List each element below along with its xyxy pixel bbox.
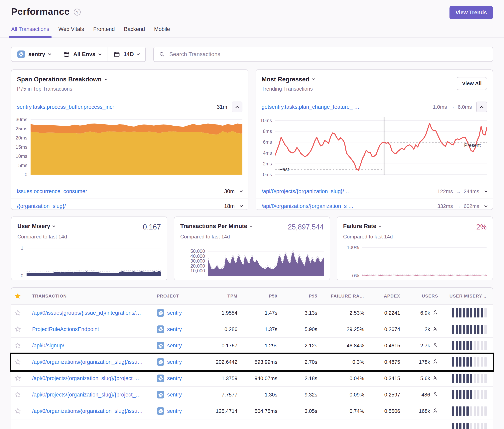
regressed-panel-title[interactable]: Most Regressed xyxy=(261,76,487,83)
collapse-button[interactable] xyxy=(476,102,487,112)
tab-frontend[interactable]: Frontend xyxy=(93,26,115,37)
favorite-star-icon[interactable] xyxy=(11,408,24,414)
apdex-cell: 0.2597 xyxy=(366,392,402,398)
misery-bar-empty xyxy=(477,341,479,350)
help-icon[interactable]: ? xyxy=(74,9,81,16)
view-all-button[interactable]: View All xyxy=(457,77,487,90)
favorite-star-icon[interactable] xyxy=(11,391,24,398)
python-project-icon xyxy=(157,358,164,366)
project-link[interactable]: sentry xyxy=(167,359,182,365)
failure-rate-subtitle: Compared to last 14d xyxy=(343,234,487,240)
misery-bar-empty xyxy=(474,423,476,429)
favorite-star-icon[interactable] xyxy=(11,375,24,382)
transaction-link[interactable]: ProjectRuleActionsEndpoint xyxy=(32,326,99,332)
column-header-tpm[interactable]: TPM xyxy=(205,294,239,299)
p50-cell: 1.30s xyxy=(239,392,279,398)
misery-bar-filled xyxy=(470,357,472,367)
search-input[interactable] xyxy=(169,51,487,58)
row-right: 122ms→244ms xyxy=(437,188,487,194)
chevron-down-icon[interactable] xyxy=(485,204,488,207)
misery-bar-filled xyxy=(474,325,476,334)
table-header-row: TRANSACTIONPROJECTTPMP50P95FAILURE RA…AP… xyxy=(11,288,493,305)
python-project-icon xyxy=(157,391,164,398)
chevron-down-icon[interactable] xyxy=(240,189,243,193)
tab-backend[interactable]: Backend xyxy=(124,26,145,37)
transaction-link[interactable]: /{organization_slug}/ xyxy=(17,203,66,209)
user-misery-bars xyxy=(440,325,493,334)
transaction-link[interactable]: /api/0/organizations/{organization_slug}… xyxy=(32,408,143,414)
project-filter[interactable]: sentry xyxy=(11,47,57,61)
tab-mobile[interactable]: Mobile xyxy=(154,26,170,37)
p50-cell: 940.07ms xyxy=(239,375,279,382)
y-axis-tick: 0 xyxy=(21,273,23,279)
project-link[interactable]: sentry xyxy=(167,343,182,349)
row-right: 18m xyxy=(224,203,243,209)
misery-bar-filled xyxy=(463,357,465,367)
column-header-p50[interactable]: P50 xyxy=(239,294,279,299)
transaction-link[interactable]: /api/0/projects/{organization_slug}/{pro… xyxy=(32,375,141,381)
view-trends-button[interactable]: View Trends xyxy=(450,6,493,19)
misery-bar-filled xyxy=(456,374,458,383)
chevron-down-icon xyxy=(48,52,51,55)
tab-all-transactions[interactable]: All Transactions xyxy=(11,26,49,37)
column-header-users[interactable]: USERS xyxy=(402,294,440,299)
transaction-link[interactable]: sentry.tasks.process_buffer.process_incr xyxy=(17,104,114,110)
chevron-down-icon xyxy=(378,224,381,227)
span-chart xyxy=(31,117,243,175)
favorite-star-icon[interactable] xyxy=(11,359,24,365)
failure-rate-title[interactable]: Failure Rate xyxy=(343,223,381,229)
tpm-cell: 0.1767 xyxy=(205,343,239,349)
column-header-p95[interactable]: P95 xyxy=(279,294,319,299)
misery-bar-empty xyxy=(477,423,479,429)
transaction-link[interactable]: /api/0/projects/{organization_slug}/ … xyxy=(261,188,351,194)
tab-web-vitals[interactable]: Web Vitals xyxy=(59,26,84,37)
failure-rate-cell: 0.04% xyxy=(319,375,366,382)
arrow-right-icon: → xyxy=(456,203,461,209)
project-link[interactable]: sentry xyxy=(167,326,182,333)
span-panel-title[interactable]: Span Operations Breakdown xyxy=(17,76,243,83)
transaction-link[interactable]: getsentry.tasks.plan_change_feature_ … xyxy=(261,104,360,110)
span-expanded-row: sentry.tasks.process_buffer.process_incr… xyxy=(11,97,248,115)
transaction-link[interactable]: /api/0/issues|groups/{issue_id}/integrat… xyxy=(32,310,141,316)
misery-bar-filled xyxy=(467,374,469,383)
project-link[interactable]: sentry xyxy=(167,408,182,414)
chevron-down-icon[interactable] xyxy=(485,189,488,193)
project-link[interactable]: sentry xyxy=(167,310,182,316)
misery-bar-filled xyxy=(470,390,472,399)
user-misery-subtitle: Compared to last 14d xyxy=(17,234,161,240)
user-misery-title[interactable]: User Misery xyxy=(17,223,55,229)
column-header-project[interactable]: PROJECT xyxy=(155,294,205,299)
column-header-transaction[interactable]: TRANSACTION xyxy=(24,294,155,299)
column-header-failure-ra[interactable]: FAILURE RA… xyxy=(319,294,366,299)
regression-to-value: 602ms xyxy=(464,203,479,209)
misery-bar-filled xyxy=(452,374,454,383)
transaction-link[interactable]: /api/0/organizations/{organization_s … xyxy=(261,203,354,209)
transaction-link[interactable]: /api/0/projects/{organization_slug}/{pro… xyxy=(32,392,141,398)
tpm-title[interactable]: Transactions Per Minute xyxy=(180,223,252,229)
column-header-apdex[interactable]: APDEX xyxy=(366,294,402,299)
transaction-link[interactable]: issues.occurrence_consumer xyxy=(17,188,87,194)
misery-bar-filled xyxy=(459,325,461,334)
tpm-cell: 0.286 xyxy=(205,326,239,333)
misery-bar-empty xyxy=(474,374,476,383)
span-duration-value: 31m xyxy=(217,104,227,110)
environment-filter[interactable]: All Envs xyxy=(57,47,107,61)
chevron-down-icon xyxy=(53,224,55,227)
favorite-star-icon[interactable] xyxy=(11,326,24,333)
favorite-star-header-icon[interactable] xyxy=(11,292,24,300)
favorite-star-icon[interactable] xyxy=(11,309,24,316)
transaction-link[interactable]: /api/0/organizations/{organization_slug}… xyxy=(32,359,143,365)
project-link[interactable]: sentry xyxy=(167,375,182,382)
chevron-down-icon[interactable] xyxy=(240,204,243,207)
favorite-star-icon[interactable] xyxy=(11,342,24,349)
misery-bar-empty xyxy=(481,390,483,399)
transaction-link[interactable]: /api/0/signup/ xyxy=(32,343,64,349)
project-link[interactable]: sentry xyxy=(167,392,182,398)
apdex-cell: 0.5506 xyxy=(366,408,402,414)
project-cell: sentry xyxy=(155,325,205,333)
collapse-button[interactable] xyxy=(232,102,243,112)
column-header-user-misery[interactable]: USER MISERY↓ xyxy=(440,293,493,299)
date-range-filter[interactable]: 14D xyxy=(107,47,145,61)
user-misery-y-axis: 10 xyxy=(17,245,27,276)
users-cell: 486 xyxy=(402,391,440,398)
